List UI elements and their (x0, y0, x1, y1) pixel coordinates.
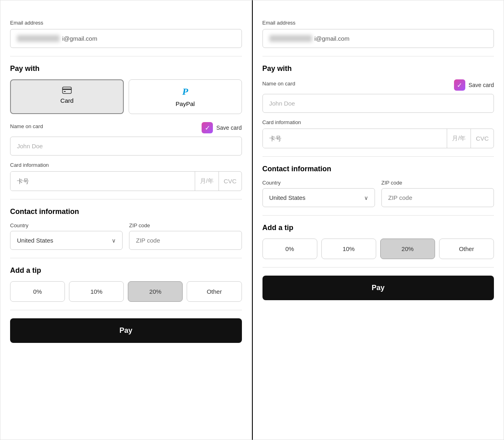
tip-title-right: Add a tip (262, 224, 494, 232)
card-expiry-right: 月/年 (447, 129, 471, 148)
card-expiry-left: 月/年 (195, 172, 219, 191)
name-on-card-input-left[interactable] (10, 137, 242, 156)
country-group-right: Country United States ∨ (262, 180, 375, 207)
zip-input-left[interactable] (129, 231, 242, 250)
pay-button-left[interactable]: Pay (10, 318, 242, 343)
tip-section-left: Add a tip 0% 10% 20% Other (10, 258, 242, 310)
zip-group-left: ZIP code (129, 222, 242, 250)
contact-title-right: Contact information (262, 165, 494, 173)
name-row-left: Name on card ✓ Save card (10, 122, 242, 133)
zip-label-left: ZIP code (129, 222, 242, 228)
card-method-btn-left[interactable]: Card (10, 79, 124, 114)
contact-section-left: Contact information Country United State… (10, 199, 242, 258)
country-select-right[interactable]: United States ∨ (262, 188, 375, 207)
zip-input-right[interactable] (381, 188, 494, 207)
right-panel: Email address ██████████ i@gmail.com Pay… (252, 0, 504, 440)
country-group-left: Country United States ∨ (10, 222, 123, 250)
card-cvc-right: CVC (471, 129, 494, 148)
contact-section-right: Contact information Country United State… (262, 157, 494, 216)
save-card-label-right: Save card (469, 82, 494, 88)
email-section-right: Email address ██████████ i@gmail.com (262, 12, 494, 56)
name-card-label-right: Name on card (262, 81, 296, 87)
tip-20-btn-right[interactable]: 20% (380, 239, 435, 259)
pay-section-right: Pay (262, 268, 494, 308)
pay-button-right[interactable]: Pay (262, 276, 494, 300)
tip-10-btn-right[interactable]: 10% (321, 239, 376, 259)
country-select-left[interactable]: United States ∨ (10, 231, 123, 250)
contact-grid-left: Country United States ∨ ZIP code (10, 222, 242, 250)
svg-rect-1 (62, 89, 71, 90)
tip-10-btn-left[interactable]: 10% (69, 281, 124, 302)
contact-title-left: Contact information (10, 208, 242, 216)
tip-title-left: Add a tip (10, 266, 242, 275)
zip-label-right: ZIP code (381, 180, 494, 186)
card-cvc-left: CVC (219, 172, 242, 191)
pay-with-section-left: Pay with Card P PayPal Name on card ✓ Sa… (10, 56, 242, 199)
card-info-row-left: 月/年 CVC (10, 171, 242, 191)
card-info-row-right: 月/年 CVC (262, 129, 494, 148)
name-card-label-left: Name on card (10, 123, 43, 129)
tip-0-btn-left[interactable]: 0% (10, 281, 65, 302)
save-card-row-left: ✓ Save card (202, 122, 242, 133)
email-section-left: Email address ██████████ i@gmail.com (10, 12, 242, 56)
country-value-right: United States (269, 194, 306, 201)
paypal-icon-left: P (182, 86, 188, 97)
pay-with-title-left: Pay with (10, 64, 242, 73)
chevron-down-icon-right: ∨ (364, 195, 368, 201)
country-value-left: United States (17, 237, 53, 244)
left-panel: Email address ██████████ i@gmail.com Pay… (0, 0, 252, 440)
tip-other-btn-left[interactable]: Other (187, 281, 242, 302)
card-icon-left (62, 87, 72, 94)
pay-section-left: Pay (10, 310, 242, 351)
svg-rect-0 (62, 87, 71, 93)
card-info-label-left: Card information (10, 162, 242, 168)
paypal-method-btn-left[interactable]: P PayPal (129, 79, 242, 114)
tip-other-btn-right[interactable]: Other (439, 239, 494, 259)
email-label-right: Email address (262, 20, 494, 26)
chevron-down-icon-left: ∨ (112, 237, 116, 244)
pay-methods-left: Card P PayPal (10, 79, 242, 114)
contact-grid-right: Country United States ∨ ZIP code (262, 180, 494, 207)
email-domain-left: i@gmail.com (62, 35, 97, 42)
name-on-card-input-right[interactable] (262, 94, 494, 113)
card-method-label-left: Card (60, 97, 74, 104)
card-info-label-right: Card information (262, 119, 494, 125)
card-number-input-right[interactable] (263, 129, 447, 148)
svg-rect-2 (64, 91, 66, 92)
card-number-input-left[interactable] (10, 172, 195, 191)
tip-0-btn-right[interactable]: 0% (262, 239, 317, 259)
name-row-right: Name on card ✓ Save card (262, 79, 494, 91)
email-blurred-right: ██████████ (269, 35, 312, 42)
save-card-checkbox-left[interactable]: ✓ (202, 122, 213, 133)
tip-buttons-left: 0% 10% 20% Other (10, 281, 242, 302)
save-card-checkbox-right[interactable]: ✓ (454, 79, 465, 91)
email-blurred-left: ██████████ (17, 35, 60, 42)
paypal-method-label-left: PayPal (176, 100, 195, 107)
pay-with-section-right: Pay with Name on card ✓ Save card Card i… (262, 56, 494, 157)
tip-buttons-right: 0% 10% 20% Other (262, 239, 494, 259)
save-card-label-left: Save card (216, 125, 242, 131)
tip-section-right: Add a tip 0% 10% 20% Other (262, 216, 494, 268)
country-label-left: Country (10, 222, 123, 228)
country-label-right: Country (262, 180, 375, 186)
tip-20-btn-left[interactable]: 20% (128, 281, 183, 302)
save-card-row-right: ✓ Save card (454, 79, 494, 91)
zip-group-right: ZIP code (381, 180, 494, 207)
pay-with-title-right: Pay with (262, 64, 494, 73)
email-label-left: Email address (10, 20, 242, 26)
email-domain-right: i@gmail.com (314, 35, 350, 42)
